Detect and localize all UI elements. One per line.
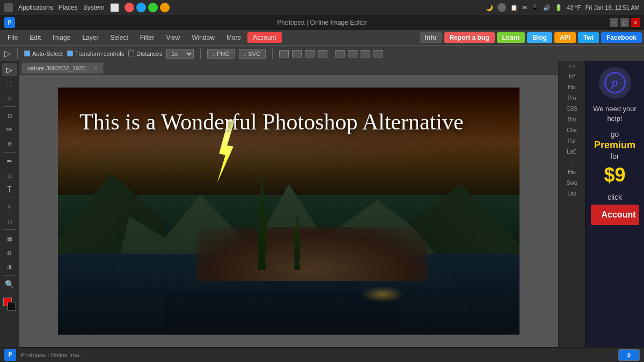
tab-close-button[interactable]: ✕ [93, 66, 98, 71]
panel-history-top[interactable]: His [566, 82, 577, 93]
document-tab[interactable]: nature-3082832_1920... ✕ [21, 62, 104, 74]
collapse-right-icon[interactable]: > [573, 63, 576, 69]
arrow-icon: ▷ [4, 48, 11, 59]
lasso-tool[interactable]: ○ [2, 91, 17, 104]
export-png-button[interactable]: ↓ PNG [207, 49, 234, 59]
align-left-icon[interactable] [279, 50, 289, 57]
logo-letter: p [611, 77, 618, 89]
panel-channels[interactable]: Cha [565, 125, 579, 136]
panel-properties[interactable]: Pro [566, 93, 579, 104]
taskbar-ps-icon[interactable]: p [618, 349, 640, 361]
ad-account-button[interactable]: Account [591, 205, 639, 225]
nav-learn-button[interactable]: Learn [497, 32, 525, 43]
pen-tool[interactable]: ✒ [2, 155, 17, 168]
nav-facebook-button[interactable]: Facebook [601, 32, 642, 43]
taskbar-right: p [618, 349, 640, 361]
path-select-tool[interactable]: ↖ [2, 200, 17, 213]
distances-checkbox[interactable] [128, 50, 134, 56]
distances-label: Distances [136, 50, 162, 57]
system-right: 🌙 📋 ✉ 📱 🔊 🔋 43 °F Fri Jan 18, 12:51 AM [486, 3, 640, 12]
align-right-icon[interactable] [305, 50, 314, 57]
nav-api-button[interactable]: API [554, 32, 576, 43]
blur-tool[interactable]: ◍ [2, 246, 17, 259]
toolbar-divider-2 [200, 48, 201, 59]
auto-select-checkbox[interactable] [24, 50, 30, 56]
nav-twitter-button[interactable]: Twi [578, 32, 599, 43]
menu-file[interactable]: File [2, 32, 23, 43]
color-swatches[interactable] [3, 298, 16, 310]
collapse-left-icon[interactable]: < [568, 63, 572, 69]
zoom-select[interactable]: 1x 2x 0.5x [166, 49, 194, 59]
menu-image[interactable]: Image [47, 32, 76, 43]
move-tool[interactable]: ▷ [2, 63, 17, 76]
go-text: go [611, 130, 619, 139]
maximize-button[interactable]: □ [620, 18, 629, 27]
export-svg-button[interactable]: ↓ SVG [239, 49, 266, 59]
phone-icon: 📱 [531, 4, 539, 11]
dodge-tool[interactable]: ◑ [2, 260, 17, 273]
align-middle-icon[interactable] [335, 50, 345, 57]
align-center-icon[interactable] [292, 50, 302, 57]
menu-layer[interactable]: Layer [77, 32, 104, 43]
gradient-tool[interactable]: ▦ [2, 232, 17, 245]
nav-bug-button[interactable]: Report a bug [444, 32, 495, 43]
system-menu[interactable]: System [83, 4, 105, 11]
nav-info-button[interactable]: Info [420, 32, 442, 43]
right-panel: < > Inf His Pro CSS Bru Cha Par LaC His … [558, 61, 585, 347]
browser-icons [125, 3, 170, 12]
text-tool[interactable]: T [2, 183, 17, 196]
menu-more[interactable]: More [221, 32, 246, 43]
minimize-button[interactable]: ─ [610, 18, 618, 27]
temp-display: 43 °F [567, 4, 581, 11]
panel-history[interactable]: His [566, 167, 577, 178]
heal-tool[interactable]: ⊕ [2, 137, 17, 150]
transform-controls-checkbox[interactable] [67, 50, 73, 56]
move-tool-indicator: ▷ [4, 48, 11, 59]
menu-select[interactable]: Select [105, 32, 133, 43]
menu-view[interactable]: View [160, 32, 185, 43]
align-top-icon[interactable] [318, 50, 327, 57]
applications-menu[interactable]: Applications [18, 4, 53, 11]
panel-layers[interactable]: Lay [565, 189, 578, 199]
align-bottom-icon[interactable] [348, 50, 357, 57]
rocks-layer [196, 227, 427, 281]
tool-separator-6 [3, 293, 16, 293]
title-bar: P Photopea | Online Image Editor ─ □ ✕ [0, 15, 644, 30]
menu-edit[interactable]: Edit [24, 32, 46, 43]
toolbar-divider-3 [272, 48, 273, 59]
transform-controls-control[interactable]: Transform controls [67, 50, 124, 57]
menu-filter[interactable]: Filter [135, 32, 160, 43]
transform-controls-label: Transform controls [75, 50, 124, 57]
panel-info[interactable]: Inf [567, 71, 577, 82]
panel-layers-bottom[interactable]: LaC [565, 147, 579, 157]
close-button[interactable]: ✕ [631, 18, 640, 27]
menu-window[interactable]: Window [186, 32, 220, 43]
nav-blog-button[interactable]: Blog [527, 32, 552, 43]
ad-panel: p We need your help! go Premium for $9 c… [585, 61, 644, 347]
download-icon: ↓ [212, 50, 215, 57]
crop-tool[interactable]: ⊡ [2, 109, 17, 122]
brush-tool[interactable]: ✏ [2, 123, 17, 136]
auto-select-control[interactable]: Auto-Select [24, 50, 63, 57]
tab-label: nature-3082832_1920... [27, 65, 90, 71]
we-need-text: We need your help! [590, 104, 640, 124]
distances-control[interactable]: Distances [128, 50, 162, 57]
background-color[interactable] [8, 302, 16, 310]
window-controls: ─ □ ✕ [610, 18, 640, 27]
click-text: click [608, 193, 622, 201]
panel-swatches[interactable]: Swa [565, 178, 579, 189]
menu-account[interactable]: Account [247, 32, 281, 43]
distribute-v-icon[interactable] [374, 50, 383, 57]
canvas-container[interactable]: This is a Wonderful Photoshop Alternativ… [19, 75, 558, 347]
panel-css[interactable]: CSS [564, 104, 580, 114]
eraser-tool[interactable]: ◻ [2, 214, 17, 227]
distribute-h-icon[interactable] [361, 50, 370, 57]
taskbar-app-icon[interactable]: P [4, 349, 16, 361]
places-menu[interactable]: Places [58, 4, 78, 11]
panel-paths[interactable]: Par [566, 136, 579, 147]
zoom-tool[interactable]: 🔍 [2, 278, 17, 291]
shape-tool[interactable]: △ [2, 169, 17, 182]
panel-brushes[interactable]: Bru [566, 114, 579, 125]
select-tool[interactable]: ⬚ [2, 77, 17, 90]
notes-icon: 📋 [510, 4, 518, 11]
